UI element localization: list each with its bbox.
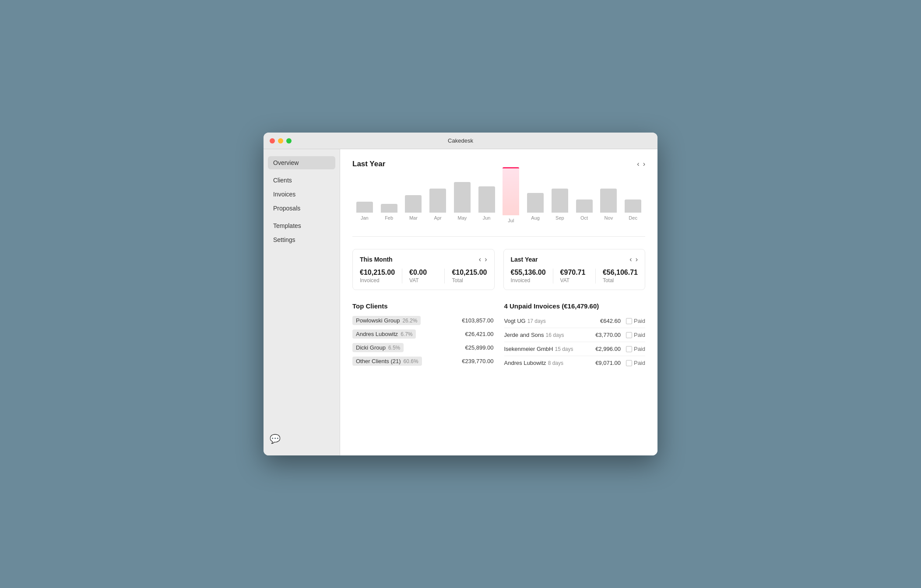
paid-checkbox[interactable]	[626, 332, 632, 338]
bar-label-jan: Jan	[361, 215, 369, 223]
last-year-total-label: Total	[603, 277, 638, 284]
invoice-client-name: Isekenmeier GmbH15 days	[504, 346, 573, 352]
last-year-next-arrow[interactable]: ›	[636, 256, 638, 263]
last-year-invoiced: €55,136.00 Invoiced	[511, 269, 553, 284]
last-year-total: €56,106.71 Total	[603, 269, 638, 284]
bar-wrap-dec	[621, 175, 645, 213]
chart-section: Last Year ‹ › JanFebMarAprMayJunJulAugSe…	[352, 160, 645, 237]
bar-wrap-feb	[377, 175, 401, 213]
bar-aug	[527, 193, 544, 213]
chart-next-arrow[interactable]: ›	[643, 160, 645, 168]
this-month-nav: ‹ ›	[479, 256, 487, 263]
bar-label-dec: Dec	[629, 215, 637, 223]
client-name: Powlowski Group	[356, 317, 400, 324]
top-clients-card: Top Clients Powlowski Group26.2%€103,857…	[352, 302, 494, 370]
paid-check[interactable]: Paid	[626, 360, 645, 366]
app-window: Cakedesk Overview Clients Invoices Propo…	[264, 133, 657, 455]
bar-wrap-may	[450, 175, 475, 213]
this-month-header: This Month ‹ ›	[360, 256, 487, 263]
last-year-invoiced-value: €55,136.00	[511, 269, 546, 276]
client-badge: Powlowski Group26.2%	[352, 316, 421, 325]
paid-check[interactable]: Paid	[626, 346, 645, 352]
this-month-vat-value: €0.00	[409, 269, 437, 276]
stats-row: This Month ‹ › €10,215.00 Invoiced €0.00	[352, 249, 645, 290]
top-clients-list: Powlowski Group26.2%€103,857.00Andres Lu…	[352, 316, 494, 366]
last-year-total-value: €56,106.71	[603, 269, 638, 276]
sidebar-item-overview[interactable]: Overview	[268, 156, 335, 169]
chart-col-nov: Nov	[597, 175, 621, 223]
this-month-total-value: €10,215.00	[452, 269, 487, 276]
client-row: Andres Lubowitz6.7%€26,421.00	[352, 329, 494, 339]
bar-wrap-nov	[597, 175, 621, 213]
paid-label: Paid	[634, 318, 645, 324]
this-month-vat-label: VAT	[409, 277, 437, 284]
this-month-invoiced-value: €10,215.00	[360, 269, 395, 276]
sidebar-item-settings[interactable]: Settings	[268, 233, 335, 246]
paid-label: Paid	[634, 360, 645, 366]
client-pct: 60.6%	[404, 358, 418, 364]
invoice-amount: €642.60	[600, 318, 621, 324]
sidebar-item-invoices[interactable]: Invoices	[268, 188, 335, 201]
chart-col-apr: Apr	[425, 175, 450, 223]
bar-jul	[503, 167, 519, 215]
paid-check[interactable]: Paid	[626, 318, 645, 324]
sidebar-nav: Overview Clients Invoices Proposals Temp…	[264, 156, 340, 429]
client-pct: 6.5%	[388, 345, 400, 351]
last-year-card: Last Year ‹ › €55,136.00 Invoiced €970.7…	[503, 249, 646, 290]
chart-prev-arrow[interactable]: ‹	[637, 160, 639, 168]
client-amount: €25,899.00	[465, 344, 493, 351]
this-month-prev-arrow[interactable]: ‹	[479, 256, 481, 263]
chat-icon[interactable]: 💬	[270, 434, 281, 444]
bar-label-apr: Apr	[434, 215, 442, 223]
last-year-title: Last Year	[511, 256, 538, 263]
last-year-prev-arrow[interactable]: ‹	[629, 256, 632, 263]
last-year-values: €55,136.00 Invoiced €970.71 VAT €56,106.…	[511, 269, 638, 284]
invoice-days: 16 days	[546, 332, 564, 338]
bar-wrap-mar	[401, 175, 426, 213]
invoice-row: Isekenmeier GmbH15 days€2,996.00Paid	[504, 342, 646, 356]
last-year-nav: ‹ ›	[629, 256, 638, 263]
chart-col-jul: Jul	[499, 175, 524, 223]
paid-check[interactable]: Paid	[626, 332, 645, 338]
client-amount: €26,421.00	[465, 331, 493, 337]
invoice-client: Vogt UG	[504, 318, 526, 324]
close-button[interactable]	[270, 138, 275, 144]
this-month-next-arrow[interactable]: ›	[485, 256, 487, 263]
client-row: Powlowski Group26.2%€103,857.00	[352, 316, 494, 325]
this-month-values: €10,215.00 Invoiced €0.00 VAT €10,215.00…	[360, 269, 487, 284]
this-month-invoiced-label: Invoiced	[360, 277, 395, 284]
invoice-row: Jerde and Sons16 days€3,770.00Paid	[504, 328, 646, 342]
chart-col-jan: Jan	[352, 175, 377, 223]
sidebar-item-templates[interactable]: Templates	[268, 219, 335, 232]
client-badge: Andres Lubowitz6.7%	[352, 329, 416, 339]
bar-label-sep: Sep	[555, 215, 564, 223]
bar-label-nov: Nov	[605, 215, 613, 223]
client-badge: Other Clients (21)60.6%	[352, 357, 422, 366]
client-name: Other Clients (21)	[356, 358, 401, 364]
nav-group-templates: Templates Settings	[268, 219, 335, 246]
chart-col-jun: Jun	[475, 175, 499, 223]
bar-dec	[625, 200, 641, 213]
minimize-button[interactable]	[278, 138, 283, 144]
invoice-row: Vogt UG17 days€642.60Paid	[504, 314, 646, 328]
sidebar-item-proposals[interactable]: Proposals	[268, 202, 335, 215]
sidebar-footer: 💬	[264, 429, 340, 448]
invoice-client: Andres Lubowitz	[504, 360, 546, 366]
chart-col-dec: Dec	[621, 175, 645, 223]
traffic-lights	[270, 138, 292, 144]
paid-checkbox[interactable]	[626, 318, 632, 324]
client-name: Dicki Group	[356, 344, 386, 351]
bar-wrap-apr	[425, 175, 450, 213]
bar-mar	[405, 195, 422, 213]
chart-col-may: May	[450, 175, 475, 223]
last-year-vat: €970.71 VAT	[560, 269, 596, 284]
paid-checkbox[interactable]	[626, 346, 632, 352]
this-month-vat: €0.00 VAT	[409, 269, 445, 284]
chart-title: Last Year	[352, 160, 385, 168]
maximize-button[interactable]	[286, 138, 292, 144]
bottom-row: Top Clients Powlowski Group26.2%€103,857…	[352, 302, 645, 370]
invoice-days: 17 days	[527, 318, 546, 324]
paid-checkbox[interactable]	[626, 360, 632, 366]
sidebar-item-clients[interactable]: Clients	[268, 174, 335, 187]
last-year-vat-value: €970.71	[560, 269, 588, 276]
